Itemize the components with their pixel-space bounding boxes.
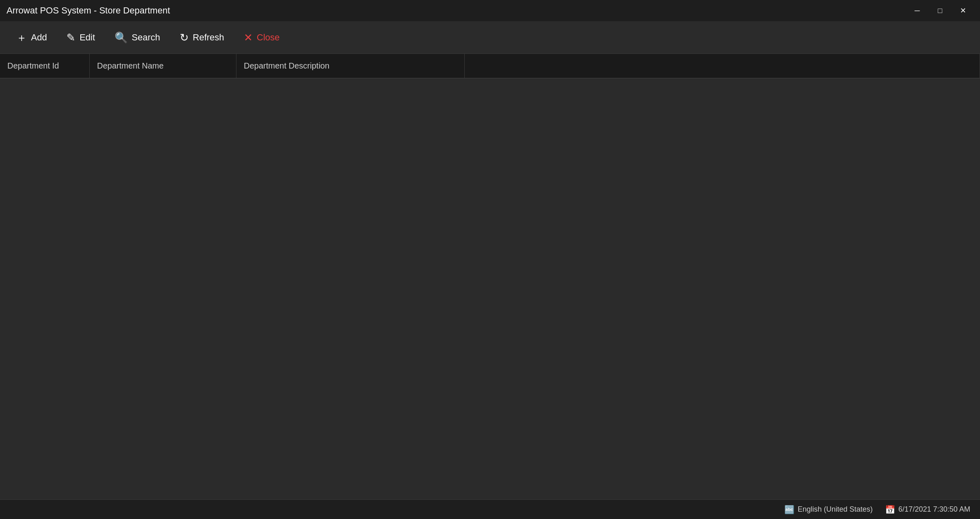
column-header-dept-desc: Department Description bbox=[236, 54, 465, 78]
add-icon: ＋ bbox=[16, 32, 27, 43]
close-button[interactable]: ✕ Close bbox=[236, 28, 288, 47]
datetime-text: 6/17/2021 7:30:50 AM bbox=[898, 505, 970, 514]
edit-icon: ✎ bbox=[66, 32, 75, 43]
edit-label: Edit bbox=[79, 32, 95, 43]
refresh-icon: ↻ bbox=[180, 32, 189, 43]
language-icon: 🔤 bbox=[784, 505, 795, 515]
datetime-indicator: 📅 6/17/2021 7:30:50 AM bbox=[885, 505, 970, 515]
close-label: Close bbox=[257, 32, 280, 43]
refresh-button[interactable]: ↻ Refresh bbox=[172, 28, 232, 47]
window-close-icon: ✕ bbox=[960, 6, 966, 15]
search-label: Search bbox=[132, 32, 160, 43]
title-bar: Arrowat POS System - Store Department ─ … bbox=[0, 0, 980, 21]
table-header: Department Id Department Name Department… bbox=[0, 54, 980, 78]
language-text: English (United States) bbox=[798, 505, 873, 514]
table-body bbox=[0, 78, 980, 499]
maximize-button[interactable]: □ bbox=[929, 3, 951, 18]
column-header-dept-name: Department Name bbox=[90, 54, 236, 78]
language-indicator: 🔤 English (United States) bbox=[784, 505, 873, 515]
add-label: Add bbox=[31, 32, 47, 43]
minimize-button[interactable]: ─ bbox=[907, 3, 928, 18]
status-bar: 🔤 English (United States) 📅 6/17/2021 7:… bbox=[0, 499, 980, 519]
toolbar: ＋ Add ✎ Edit 🔍 Search ↻ Refresh ✕ Close bbox=[0, 21, 980, 54]
column-header-extra bbox=[465, 54, 980, 78]
search-button[interactable]: 🔍 Search bbox=[106, 28, 168, 47]
window-title: Arrowat POS System - Store Department bbox=[7, 5, 170, 16]
minimize-icon: ─ bbox=[915, 7, 920, 15]
window-close-button[interactable]: ✕ bbox=[952, 3, 973, 18]
column-header-dept-id: Department Id bbox=[0, 54, 90, 78]
window-controls: ─ □ ✕ bbox=[907, 3, 973, 18]
calendar-icon: 📅 bbox=[885, 505, 895, 515]
edit-button[interactable]: ✎ Edit bbox=[58, 28, 103, 47]
refresh-label: Refresh bbox=[193, 32, 224, 43]
close-icon: ✕ bbox=[244, 32, 253, 43]
maximize-icon: □ bbox=[938, 7, 942, 15]
search-icon: 🔍 bbox=[115, 32, 128, 43]
add-button[interactable]: ＋ Add bbox=[8, 28, 55, 47]
